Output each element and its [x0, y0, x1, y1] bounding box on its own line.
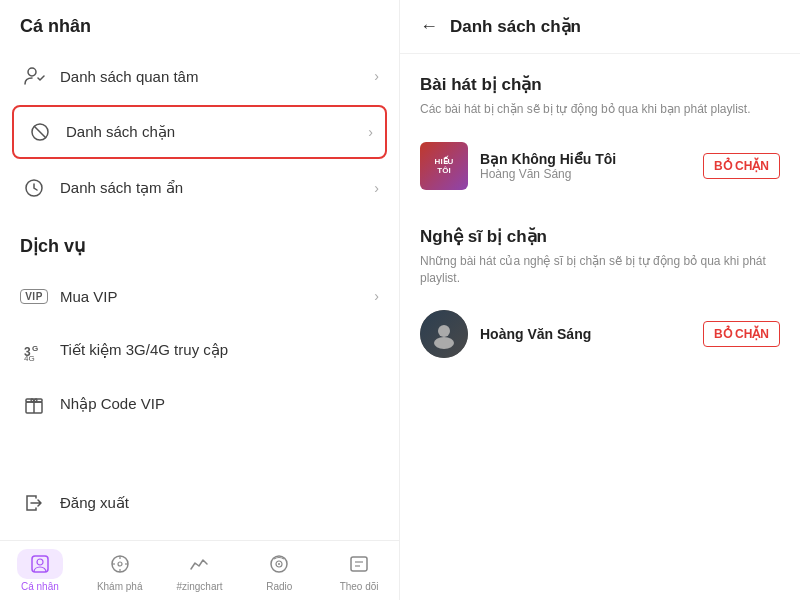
radio-icon — [268, 553, 290, 575]
menu-item-mua-vip[interactable]: VIP Mua VIP › — [0, 269, 399, 323]
right-content: Bài hát bị chặn Các bài hát bị chặn sẽ b… — [400, 54, 800, 600]
nav-ca-nhan-label: Cá nhân — [21, 581, 59, 592]
svg-point-0 — [28, 68, 36, 76]
nghe-si-section-title: Nghệ sĩ bị chặn — [420, 226, 780, 247]
artist-thumbnail — [420, 310, 468, 358]
radio-icon-box — [256, 549, 302, 579]
song-artist: Hoàng Văn Sáng — [480, 167, 703, 181]
nghe-si-section-desc: Những bài hát của nghệ sĩ bị chặn sẽ bị … — [420, 253, 780, 287]
bai-hat-section-title: Bài hát bị chặn — [420, 74, 780, 95]
svg-rect-21 — [351, 557, 367, 571]
tam-an-label: Danh sách tạm ẩn — [60, 179, 374, 197]
ca-nhan-icon-box — [17, 549, 63, 579]
logout-section: Đăng xuất — [0, 461, 399, 540]
nav-theo-doi-label: Theo dõi — [340, 581, 379, 592]
bai-hat-section-desc: Các bài hát bị chặn sẽ bị tự động bỏ qua… — [420, 101, 780, 118]
blocked-artist-item: Hoàng Văn Sáng BỎ CHẶN — [420, 302, 780, 366]
signal-icon: 3 G 4G — [20, 336, 48, 364]
person-follow-icon — [20, 62, 48, 90]
block-circle-icon — [26, 118, 54, 146]
chan-label: Danh sách chặn — [66, 123, 368, 141]
svg-point-25 — [434, 337, 454, 349]
right-panel: ← Danh sách chặn Bài hát bị chặn Các bài… — [400, 0, 800, 600]
logout-button[interactable]: Đăng xuất — [20, 481, 379, 525]
svg-point-20 — [278, 563, 280, 565]
tam-an-chevron: › — [374, 180, 379, 196]
bai-hat-section: Bài hát bị chặn Các bài hát bị chặn sẽ b… — [420, 74, 780, 198]
nav-item-radio[interactable]: Radio — [239, 541, 319, 600]
svg-point-13 — [118, 562, 122, 566]
nav-item-zingchart[interactable]: #zingchart — [160, 541, 240, 600]
nav-radio-label: Radio — [266, 581, 292, 592]
song-info: Bạn Không Hiểu Tôi Hoàng Văn Sáng — [480, 151, 703, 181]
vip-icon: VIP — [20, 282, 48, 310]
kham-pha-icon — [109, 553, 131, 575]
mua-vip-label: Mua VIP — [60, 288, 374, 305]
svg-point-24 — [438, 325, 450, 337]
zingchart-icon-box — [176, 549, 222, 579]
nav-item-kham-pha[interactable]: Khám phá — [80, 541, 160, 600]
artist-name: Hoàng Văn Sáng — [480, 326, 703, 342]
menu-item-quan-tam[interactable]: Danh sách quan tâm › — [0, 49, 399, 103]
3g4g-label: Tiết kiệm 3G/4G truy cập — [60, 341, 379, 359]
theo-doi-icon — [348, 553, 370, 575]
quan-tam-label: Danh sách quan tâm — [60, 68, 374, 85]
menu-item-tam-an[interactable]: Danh sách tạm ẩn › — [0, 161, 399, 215]
kham-pha-icon-box — [97, 549, 143, 579]
menu-item-chan[interactable]: Danh sách chặn › — [12, 105, 387, 159]
bottom-nav: Cá nhân Khám phá — [0, 540, 399, 600]
zingchart-icon — [188, 553, 210, 575]
clock-circle-icon — [20, 174, 48, 202]
section-dich-vu-title: Dịch vụ — [0, 235, 399, 269]
nav-item-ca-nhan[interactable]: Cá nhân — [0, 541, 80, 600]
right-header: ← Danh sách chặn — [400, 0, 800, 54]
artist-info: Hoàng Văn Sáng — [480, 326, 703, 342]
logout-label: Đăng xuất — [60, 494, 129, 512]
chan-chevron: › — [368, 124, 373, 140]
menu-item-nhap-code[interactable]: Nhập Code VIP — [0, 377, 399, 431]
svg-line-2 — [34, 126, 46, 138]
gift-icon — [20, 390, 48, 418]
ca-nhan-icon — [29, 553, 51, 575]
section-ca-nhan-title: Cá nhân — [0, 16, 399, 49]
quan-tam-chevron: › — [374, 68, 379, 84]
song-name: Bạn Không Hiểu Tôi — [480, 151, 703, 167]
left-panel: Cá nhân Danh sách quan tâm › Danh sá — [0, 0, 400, 600]
svg-text:4G: 4G — [24, 354, 35, 361]
svg-text:G: G — [32, 344, 38, 353]
back-button[interactable]: ← — [420, 16, 438, 37]
nav-zingchart-label: #zingchart — [176, 581, 222, 592]
right-panel-title: Danh sách chặn — [450, 16, 581, 37]
blocked-song-item: HIẾUTÔI Bạn Không Hiểu Tôi Hoàng Văn Sán… — [420, 134, 780, 198]
left-content: Cá nhân Danh sách quan tâm › Danh sá — [0, 0, 399, 540]
nhap-code-label: Nhập Code VIP — [60, 395, 379, 413]
nghe-si-section: Nghệ sĩ bị chặn Những bài hát của nghệ s… — [420, 226, 780, 367]
theo-doi-icon-box — [336, 549, 382, 579]
bo-chan-song-button[interactable]: BỎ CHẶN — [703, 153, 780, 179]
nav-item-theo-doi[interactable]: Theo dõi — [319, 541, 399, 600]
bo-chan-artist-button[interactable]: BỎ CHẶN — [703, 321, 780, 347]
song-thumbnail: HIẾUTÔI — [420, 142, 468, 190]
menu-item-3g4g[interactable]: 3 G 4G Tiết kiệm 3G/4G truy cập — [0, 323, 399, 377]
mua-vip-chevron: › — [374, 288, 379, 304]
svg-point-11 — [37, 559, 43, 565]
logout-icon — [20, 489, 48, 517]
nav-kham-pha-label: Khám phá — [97, 581, 143, 592]
